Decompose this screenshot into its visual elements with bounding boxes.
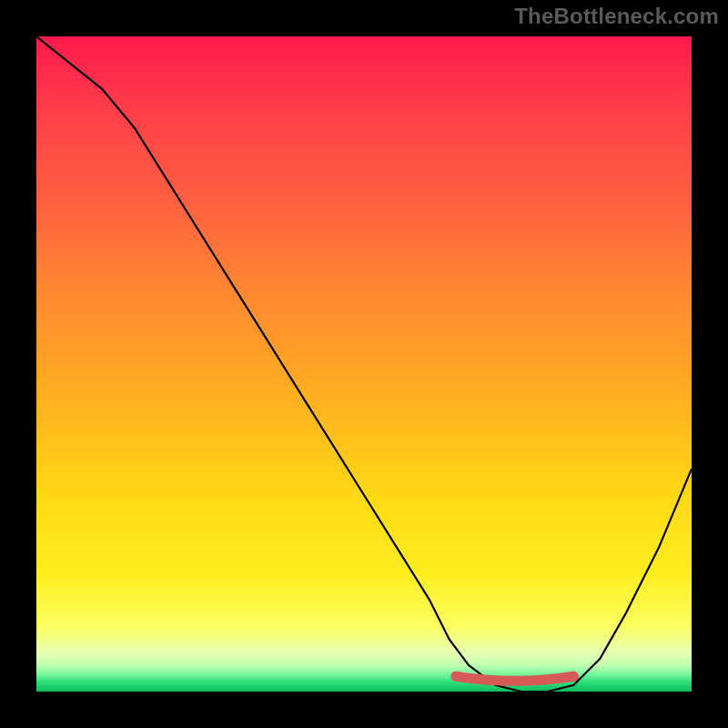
- watermark-text: TheBottleneck.com: [514, 4, 719, 29]
- plot-area: [36, 36, 692, 692]
- optimal-band-marker: [456, 676, 574, 681]
- chart-svg: [36, 36, 692, 692]
- chart-frame: TheBottleneck.com: [0, 0, 728, 728]
- bottleneck-curve: [36, 36, 692, 692]
